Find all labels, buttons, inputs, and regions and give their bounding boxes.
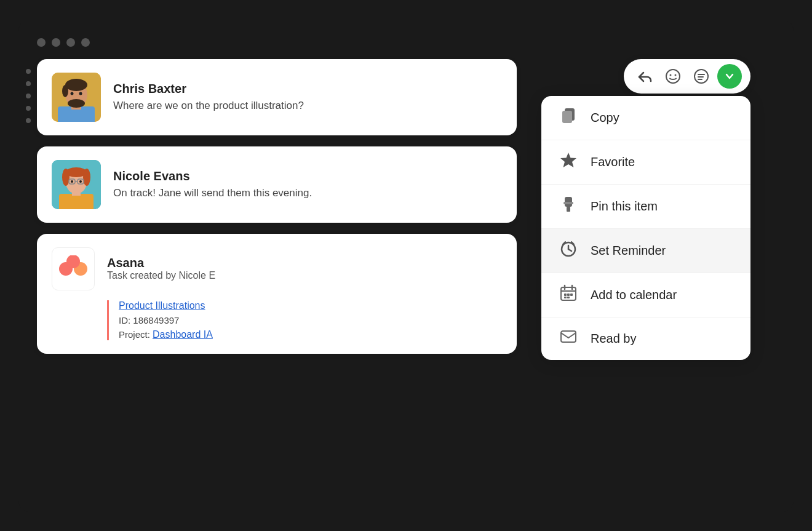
window-dot	[66, 38, 75, 47]
menu-item-readby[interactable]: Read by	[541, 317, 750, 360]
asana-id-value: 186849397	[133, 315, 179, 325]
svg-rect-35	[567, 207, 570, 212]
svg-rect-44	[564, 293, 567, 296]
copy-icon	[559, 107, 578, 129]
side-dot	[26, 81, 31, 86]
menu-item-reminder[interactable]: Set Reminder	[541, 229, 750, 273]
pin-icon	[559, 196, 578, 217]
message-text-chris: Where are we on the product illustration…	[113, 100, 304, 112]
asana-link[interactable]: Product Illustrations	[119, 300, 205, 311]
reply-icon	[637, 70, 652, 83]
svg-rect-32	[562, 111, 572, 123]
svg-point-5	[62, 85, 68, 97]
message-body-chris: Chris Baxter Where are we on the product…	[113, 82, 304, 112]
svg-rect-45	[567, 293, 570, 296]
more-button[interactable]	[717, 64, 742, 89]
svg-point-8	[79, 92, 82, 95]
message-button[interactable]	[689, 64, 714, 89]
svg-rect-48	[567, 297, 570, 298]
svg-point-6	[68, 99, 85, 108]
asana-subtitle: Task created by Nicole E	[107, 270, 215, 281]
svg-rect-36	[563, 202, 573, 204]
svg-point-15	[83, 169, 90, 186]
window-dot	[37, 38, 46, 47]
asana-project-label: Project:	[119, 329, 150, 340]
side-dot	[26, 118, 31, 123]
message-icon	[693, 68, 709, 84]
svg-point-26	[675, 74, 677, 76]
asana-info: Asana Task created by Nicole E	[107, 256, 215, 281]
avatar-nicole-image	[52, 160, 101, 209]
app-window: Chris Baxter Where are we on the product…	[18, 20, 794, 512]
reply-button[interactable]	[632, 64, 657, 89]
message-body-nicole: Nicole Evans On track! Jane will send th…	[113, 169, 312, 199]
svg-point-14	[62, 169, 70, 186]
envelope-icon	[559, 329, 578, 349]
sender-name-nicole: Nicole Evans	[113, 169, 312, 183]
star-icon	[559, 151, 578, 173]
side-dot	[26, 94, 31, 98]
asana-card: Asana Task created by Nicole E Product I…	[37, 234, 517, 354]
svg-rect-49	[561, 331, 576, 342]
message-card-nicole: Nicole Evans On track! Jane will send th…	[37, 146, 517, 223]
asana-id-row: ID: 186849397	[119, 315, 502, 325]
asana-project-row: Project: Dashboard IA	[119, 329, 502, 340]
main-content: Chris Baxter Where are we on the product…	[37, 59, 775, 354]
side-dot	[26, 106, 31, 111]
asana-id-label: ID:	[119, 315, 130, 325]
menu-label-calendar: Add to calendar	[591, 288, 677, 302]
menu-item-favorite[interactable]: Favorite	[541, 140, 750, 185]
window-dot	[81, 38, 90, 47]
window-dot	[52, 38, 60, 47]
svg-line-39	[568, 249, 571, 251]
emoji-button[interactable]	[661, 64, 685, 89]
svg-point-7	[71, 92, 74, 95]
svg-point-25	[670, 74, 672, 76]
messages-area: Chris Baxter Where are we on the product…	[37, 59, 517, 354]
asana-project-link[interactable]: Dashboard IA	[153, 329, 213, 340]
side-dot	[26, 69, 31, 74]
sender-name-chris: Chris Baxter	[113, 82, 304, 96]
menu-label-reminder: Set Reminder	[591, 244, 666, 258]
message-card-chris: Chris Baxter Where are we on the product…	[37, 59, 517, 135]
emoji-icon	[665, 68, 681, 84]
menu-item-pin[interactable]: Pin this item	[541, 185, 750, 229]
asana-detail: Product Illustrations ID: 186849397 Proj…	[107, 300, 502, 340]
asana-logo-svg	[58, 255, 88, 282]
svg-marker-33	[560, 153, 576, 167]
action-area: Copy Favorite	[529, 59, 750, 354]
avatar-chris-image	[52, 73, 101, 122]
svg-point-19	[71, 180, 73, 183]
asana-link-item: Product Illustrations	[119, 300, 502, 311]
svg-rect-46	[570, 293, 573, 296]
asana-app-name: Asana	[107, 256, 215, 270]
menu-label-copy: Copy	[591, 111, 619, 125]
svg-rect-47	[564, 297, 567, 298]
menu-item-copy[interactable]: Copy	[541, 96, 750, 140]
calendar-icon	[559, 284, 578, 306]
asana-header: Asana Task created by Nicole E	[52, 247, 502, 290]
side-dots	[26, 69, 31, 123]
svg-rect-10	[59, 194, 94, 209]
chevron-down-icon	[725, 72, 734, 81]
svg-point-23	[66, 255, 80, 268]
asana-logo	[52, 247, 95, 290]
message-text-nicole: On track! Jane will send them this eveni…	[113, 187, 312, 199]
svg-point-4	[65, 79, 87, 91]
clock-icon	[559, 240, 578, 262]
menu-label-readby: Read by	[591, 332, 637, 346]
action-bar	[624, 59, 750, 94]
menu-item-calendar[interactable]: Add to calendar	[541, 273, 750, 317]
svg-point-24	[666, 70, 680, 83]
avatar-chris	[52, 73, 101, 122]
menu-label-pin: Pin this item	[591, 199, 658, 214]
avatar-nicole	[52, 160, 101, 209]
dropdown-menu: Copy Favorite	[541, 96, 750, 360]
window-controls	[37, 38, 775, 47]
svg-point-20	[79, 180, 82, 183]
menu-label-favorite: Favorite	[591, 155, 635, 169]
